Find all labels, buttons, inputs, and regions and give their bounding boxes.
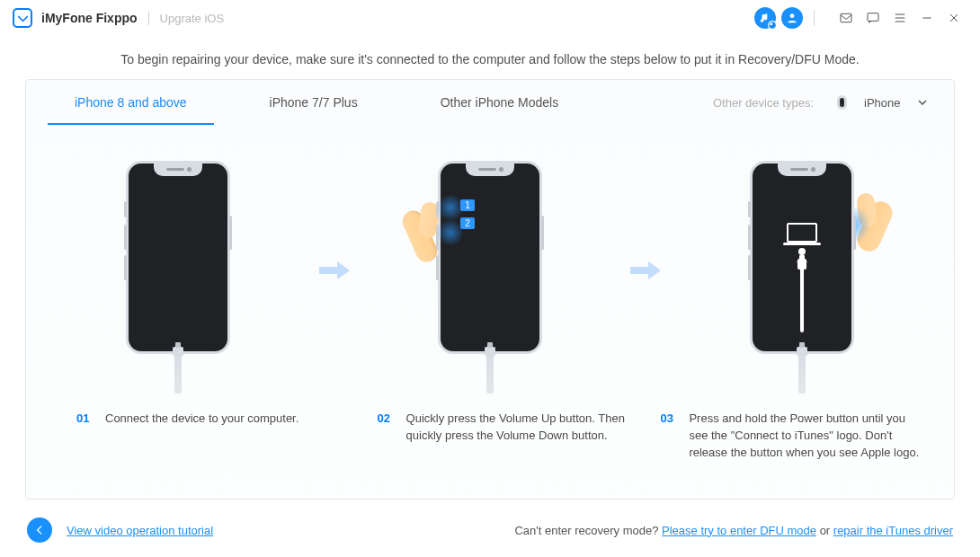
step-number: 03 bbox=[660, 411, 678, 462]
svg-rect-1 bbox=[841, 13, 851, 22]
instruction-text: To begin repairing your device, make sur… bbox=[0, 36, 980, 79]
step-1 bbox=[48, 161, 308, 394]
svg-point-0 bbox=[790, 13, 795, 18]
step-text: Press and hold the Power button until yo… bbox=[689, 411, 927, 462]
tab-iphone8[interactable]: iPhone 8 and above bbox=[48, 80, 214, 125]
arrow-icon bbox=[316, 260, 352, 281]
svg-point-4 bbox=[842, 104, 842, 105]
caption-2: 02 Quickly press the Volume Up button. T… bbox=[378, 411, 627, 462]
video-tutorial-link[interactable]: View video operation tutorial bbox=[67, 524, 213, 537]
caption-1: 01 Connect the device to your computer. bbox=[76, 411, 343, 462]
footer: View video operation tutorial Can't ente… bbox=[0, 503, 980, 557]
footer-text: Can't enter recovery mode? bbox=[514, 524, 662, 537]
feedback-icon[interactable] bbox=[860, 5, 886, 31]
volume-badge-2: 2 bbox=[460, 217, 475, 229]
phone-illustration: 1 2 bbox=[438, 161, 542, 354]
tab-other-iphone[interactable]: Other iPhone Models bbox=[414, 80, 586, 125]
repair-driver-link[interactable]: repair the iTunes driver bbox=[833, 524, 953, 537]
connect-itunes-icon bbox=[762, 176, 842, 342]
step-text: Connect the device to your computer. bbox=[105, 411, 298, 462]
main-panel: iPhone 8 and above iPhone 7/7 Plus Other… bbox=[25, 79, 955, 500]
close-button[interactable] bbox=[940, 5, 967, 31]
step-number: 02 bbox=[378, 411, 396, 462]
caption-3: 03 Press and hold the Power button until… bbox=[660, 411, 927, 462]
svg-rect-2 bbox=[868, 13, 878, 22]
other-device-label: Other device types: bbox=[713, 96, 814, 110]
step-3 bbox=[672, 161, 932, 394]
device-type-value: iPhone bbox=[864, 96, 900, 110]
account-icon[interactable] bbox=[781, 7, 803, 29]
breadcrumb: Upgrate iOS bbox=[160, 12, 225, 25]
step-number: 01 bbox=[76, 411, 94, 462]
cable-icon bbox=[174, 354, 182, 393]
divider bbox=[148, 12, 149, 25]
tabs-row: iPhone 8 and above iPhone 7/7 Plus Other… bbox=[26, 80, 954, 125]
minimize-button[interactable] bbox=[913, 5, 940, 31]
divider bbox=[814, 10, 815, 26]
phone-illustration bbox=[750, 161, 854, 354]
footer-text: or bbox=[820, 524, 833, 537]
steps-row: 1 2 bbox=[26, 125, 954, 403]
dfu-mode-link[interactable]: Please try to enter DFU mode bbox=[662, 524, 816, 537]
device-type-select[interactable]: iPhone bbox=[823, 92, 931, 113]
app-name: iMyFone Fixppo bbox=[41, 11, 138, 25]
app-logo-icon bbox=[13, 8, 32, 28]
step-text: Quickly press the Volume Up button. Then… bbox=[406, 411, 627, 462]
cable-icon bbox=[486, 354, 494, 393]
itunes-status-icon[interactable] bbox=[754, 7, 776, 29]
phone-illustration bbox=[126, 161, 230, 354]
title-bar: iMyFone Fixppo Upgrate iOS bbox=[0, 0, 980, 36]
cable-icon bbox=[798, 354, 806, 393]
mail-icon[interactable] bbox=[833, 5, 860, 31]
tab-iphone7[interactable]: iPhone 7/7 Plus bbox=[243, 80, 385, 125]
back-button[interactable] bbox=[27, 517, 52, 543]
volume-badge-1: 1 bbox=[460, 199, 475, 211]
step-2: 1 2 bbox=[360, 161, 620, 394]
menu-icon[interactable] bbox=[886, 5, 913, 31]
captions-row: 01 Connect the device to your computer. … bbox=[26, 403, 954, 462]
arrow-icon bbox=[628, 260, 664, 281]
